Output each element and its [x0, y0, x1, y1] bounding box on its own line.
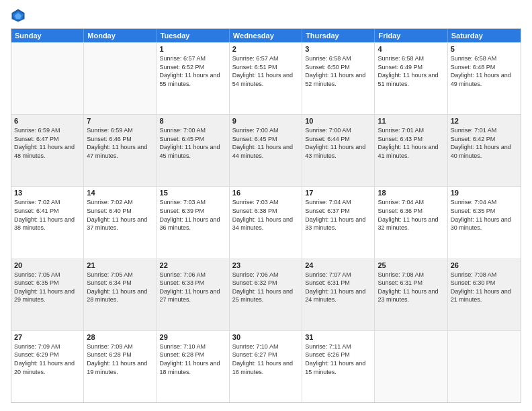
day-info: Sunrise: 6:59 AMSunset: 6:46 PMDaylight:…	[87, 126, 153, 160]
day-number: 10	[305, 117, 371, 125]
day-info: Sunrise: 7:08 AMSunset: 6:30 PMDaylight:…	[451, 271, 518, 304]
day-info: Sunrise: 6:57 AMSunset: 6:52 PMDaylight:…	[160, 54, 226, 88]
day-number: 11	[378, 117, 444, 125]
day-number: 13	[14, 189, 81, 197]
calendar-cell: 13Sunrise: 7:02 AMSunset: 6:41 PMDayligh…	[11, 187, 84, 258]
calendar-cell: 2Sunrise: 6:57 AMSunset: 6:51 PMDaylight…	[230, 43, 302, 114]
calendar-cell	[448, 331, 521, 402]
day-number: 23	[232, 261, 299, 269]
calendar-cell: 3Sunrise: 6:58 AMSunset: 6:50 PMDaylight…	[302, 43, 375, 114]
calendar-cell: 19Sunrise: 7:04 AMSunset: 6:35 PMDayligh…	[448, 187, 521, 258]
day-info: Sunrise: 7:05 AMSunset: 6:35 PMDaylight:…	[14, 271, 81, 304]
calendar-cell: 18Sunrise: 7:04 AMSunset: 6:36 PMDayligh…	[375, 187, 447, 258]
day-info: Sunrise: 7:06 AMSunset: 6:33 PMDaylight:…	[160, 271, 226, 304]
header-day-saturday: Saturday	[448, 29, 521, 42]
day-number: 18	[378, 189, 444, 197]
day-info: Sunrise: 7:02 AMSunset: 6:41 PMDaylight:…	[14, 198, 81, 232]
day-info: Sunrise: 7:03 AMSunset: 6:39 PMDaylight:…	[160, 198, 226, 232]
calendar-cell: 10Sunrise: 7:00 AMSunset: 6:44 PMDayligh…	[302, 115, 375, 186]
day-number: 16	[232, 189, 299, 197]
day-number: 21	[87, 261, 153, 269]
day-info: Sunrise: 7:07 AMSunset: 6:31 PMDaylight:…	[305, 271, 371, 304]
calendar-cell: 15Sunrise: 7:03 AMSunset: 6:39 PMDayligh…	[157, 187, 230, 258]
day-number: 3	[305, 45, 371, 53]
day-info: Sunrise: 7:08 AMSunset: 6:31 PMDaylight:…	[378, 271, 444, 304]
day-info: Sunrise: 7:04 AMSunset: 6:35 PMDaylight:…	[451, 198, 518, 232]
day-info: Sunrise: 7:02 AMSunset: 6:40 PMDaylight:…	[87, 198, 153, 232]
day-number: 19	[451, 189, 518, 197]
day-number: 2	[232, 45, 299, 53]
calendar-cell: 21Sunrise: 7:05 AMSunset: 6:34 PMDayligh…	[84, 259, 157, 330]
day-number: 28	[87, 333, 153, 341]
day-number: 27	[14, 333, 81, 341]
header-day-friday: Friday	[375, 29, 447, 42]
calendar-cell: 14Sunrise: 7:02 AMSunset: 6:40 PMDayligh…	[84, 187, 157, 258]
day-number: 4	[378, 45, 444, 53]
day-number: 17	[305, 189, 371, 197]
day-number: 22	[160, 261, 226, 269]
day-info: Sunrise: 6:58 AMSunset: 6:48 PMDaylight:…	[451, 54, 518, 88]
calendar-header: SundayMondayTuesdayWednesdayThursdayFrid…	[11, 29, 521, 42]
header-day-sunday: Sunday	[11, 29, 84, 42]
day-info: Sunrise: 7:03 AMSunset: 6:38 PMDaylight:…	[232, 198, 299, 232]
day-info: Sunrise: 7:10 AMSunset: 6:28 PMDaylight:…	[160, 342, 226, 376]
calendar-cell: 11Sunrise: 7:01 AMSunset: 6:43 PMDayligh…	[375, 115, 447, 186]
header-day-monday: Monday	[84, 29, 157, 42]
day-info: Sunrise: 7:06 AMSunset: 6:32 PMDaylight:…	[232, 271, 299, 304]
header	[11, 8, 521, 23]
day-info: Sunrise: 7:00 AMSunset: 6:45 PMDaylight:…	[232, 126, 299, 160]
day-number: 25	[378, 261, 444, 269]
calendar-cell: 17Sunrise: 7:04 AMSunset: 6:37 PMDayligh…	[302, 187, 375, 258]
day-number: 26	[451, 261, 518, 269]
day-info: Sunrise: 7:01 AMSunset: 6:43 PMDaylight:…	[378, 126, 444, 160]
day-number: 29	[160, 333, 226, 341]
calendar-cell: 22Sunrise: 7:06 AMSunset: 6:33 PMDayligh…	[157, 259, 230, 330]
logo-icon	[11, 8, 26, 23]
day-info: Sunrise: 7:04 AMSunset: 6:36 PMDaylight:…	[378, 198, 444, 232]
day-number: 9	[232, 117, 299, 125]
day-info: Sunrise: 7:04 AMSunset: 6:37 PMDaylight:…	[305, 198, 371, 232]
calendar-row-0: 1Sunrise: 6:57 AMSunset: 6:52 PMDaylight…	[11, 42, 521, 114]
calendar-cell: 23Sunrise: 7:06 AMSunset: 6:32 PMDayligh…	[230, 259, 302, 330]
calendar-cell: 8Sunrise: 7:00 AMSunset: 6:45 PMDaylight…	[157, 115, 230, 186]
calendar-cell	[375, 331, 447, 402]
calendar-cell: 27Sunrise: 7:09 AMSunset: 6:29 PMDayligh…	[11, 331, 84, 402]
calendar-cell	[84, 43, 157, 114]
calendar-cell: 4Sunrise: 6:58 AMSunset: 6:49 PMDaylight…	[375, 43, 447, 114]
calendar-row-2: 13Sunrise: 7:02 AMSunset: 6:41 PMDayligh…	[11, 186, 521, 258]
day-number: 14	[87, 189, 153, 197]
calendar-cell: 16Sunrise: 7:03 AMSunset: 6:38 PMDayligh…	[230, 187, 302, 258]
day-info: Sunrise: 6:59 AMSunset: 6:47 PMDaylight:…	[14, 126, 81, 160]
day-info: Sunrise: 6:57 AMSunset: 6:51 PMDaylight:…	[232, 54, 299, 88]
day-number: 12	[451, 117, 518, 125]
day-number: 15	[160, 189, 226, 197]
header-day-tuesday: Tuesday	[157, 29, 230, 42]
calendar-cell: 7Sunrise: 6:59 AMSunset: 6:46 PMDaylight…	[84, 115, 157, 186]
calendar-row-4: 27Sunrise: 7:09 AMSunset: 6:29 PMDayligh…	[11, 330, 521, 402]
calendar-cell: 28Sunrise: 7:09 AMSunset: 6:28 PMDayligh…	[84, 331, 157, 402]
calendar-cell: 12Sunrise: 7:01 AMSunset: 6:42 PMDayligh…	[448, 115, 521, 186]
day-info: Sunrise: 6:58 AMSunset: 6:49 PMDaylight:…	[378, 54, 444, 88]
day-number: 1	[160, 45, 226, 53]
day-info: Sunrise: 7:00 AMSunset: 6:45 PMDaylight:…	[160, 126, 226, 160]
calendar-body: 1Sunrise: 6:57 AMSunset: 6:52 PMDaylight…	[11, 42, 521, 402]
calendar-cell: 24Sunrise: 7:07 AMSunset: 6:31 PMDayligh…	[302, 259, 375, 330]
calendar-cell: 9Sunrise: 7:00 AMSunset: 6:45 PMDaylight…	[230, 115, 302, 186]
calendar-row-3: 20Sunrise: 7:05 AMSunset: 6:35 PMDayligh…	[11, 259, 521, 330]
calendar-cell: 6Sunrise: 6:59 AMSunset: 6:47 PMDaylight…	[11, 115, 84, 186]
day-info: Sunrise: 7:01 AMSunset: 6:42 PMDaylight:…	[451, 126, 518, 160]
calendar-cell: 25Sunrise: 7:08 AMSunset: 6:31 PMDayligh…	[375, 259, 447, 330]
day-number: 8	[160, 117, 226, 125]
calendar-row-1: 6Sunrise: 6:59 AMSunset: 6:47 PMDaylight…	[11, 114, 521, 186]
calendar-cell: 30Sunrise: 7:10 AMSunset: 6:27 PMDayligh…	[230, 331, 302, 402]
day-info: Sunrise: 7:10 AMSunset: 6:27 PMDaylight:…	[232, 342, 299, 376]
calendar: SundayMondayTuesdayWednesdayThursdayFrid…	[11, 28, 521, 403]
logo	[11, 8, 28, 23]
day-number: 7	[87, 117, 153, 125]
day-number: 6	[14, 117, 81, 125]
day-number: 31	[305, 333, 371, 341]
calendar-cell: 5Sunrise: 6:58 AMSunset: 6:48 PMDaylight…	[448, 43, 521, 114]
day-info: Sunrise: 7:09 AMSunset: 6:29 PMDaylight:…	[14, 342, 81, 376]
calendar-cell: 20Sunrise: 7:05 AMSunset: 6:35 PMDayligh…	[11, 259, 84, 330]
header-day-wednesday: Wednesday	[230, 29, 302, 42]
